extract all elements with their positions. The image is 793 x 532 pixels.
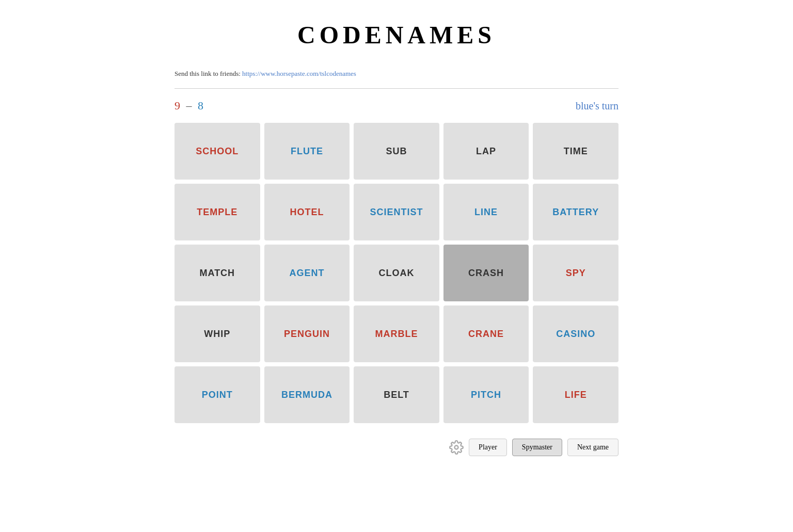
card-label: SPY [566, 268, 586, 279]
card-label: TIME [564, 146, 588, 157]
score: 9 – 8 [175, 99, 203, 112]
card-label: SUB [386, 146, 407, 157]
next-game-button[interactable]: Next game [567, 439, 618, 456]
divider [175, 88, 618, 89]
card-label: HOTEL [290, 207, 324, 218]
card-school[interactable]: SCHOOL [175, 123, 260, 180]
card-label: LIFE [565, 390, 587, 400]
svg-point-0 [455, 446, 458, 449]
card-agent[interactable]: AGENT [264, 245, 350, 301]
card-sub[interactable]: SUB [354, 123, 439, 180]
card-lap[interactable]: LAP [443, 123, 529, 180]
card-spy[interactable]: SPY [533, 245, 618, 301]
card-marble[interactable]: MARBLE [354, 305, 439, 362]
card-match[interactable]: MATCH [175, 245, 260, 301]
spymaster-button[interactable]: Spymaster [512, 439, 562, 456]
turn-indicator: blue's turn [576, 100, 618, 112]
card-label: WHIP [204, 329, 230, 340]
score-dash: – [186, 99, 192, 112]
card-battery[interactable]: BATTERY [533, 184, 618, 240]
card-bermuda[interactable]: BERMUDA [264, 366, 350, 423]
share-link-container: Send this link to friends: https://www.h… [175, 70, 618, 78]
card-temple[interactable]: TEMPLE [175, 184, 260, 240]
card-label: TEMPLE [197, 207, 237, 218]
player-button[interactable]: Player [469, 439, 507, 456]
card-label: SCIENTIST [370, 207, 423, 218]
card-crane[interactable]: CRANE [443, 305, 529, 362]
card-label: CASINO [556, 329, 595, 340]
card-penguin[interactable]: PENGUIN [264, 305, 350, 362]
card-grid: SCHOOLFLUTESUBLAPTIMETEMPLEHOTELSCIENTIS… [175, 123, 618, 423]
card-flute[interactable]: FLUTE [264, 123, 350, 180]
card-label: FLUTE [291, 146, 323, 157]
card-label: AGENT [289, 268, 324, 279]
card-cloak[interactable]: CLOAK [354, 245, 439, 301]
card-whip[interactable]: WHIP [175, 305, 260, 362]
card-label: CRASH [468, 268, 504, 279]
score-red: 9 [175, 99, 180, 112]
card-label: LAP [476, 146, 496, 157]
card-point[interactable]: POINT [175, 366, 260, 423]
card-casino[interactable]: CASINO [533, 305, 618, 362]
card-label: SCHOOL [196, 146, 239, 157]
card-label: BELT [384, 390, 409, 400]
page-title: CODENAMES [175, 21, 618, 49]
share-label: Send this link to friends: [175, 70, 241, 77]
card-label: PENGUIN [284, 329, 330, 340]
card-line[interactable]: LINE [443, 184, 529, 240]
card-belt[interactable]: BELT [354, 366, 439, 423]
card-label: CRANE [468, 329, 504, 340]
card-label: BATTERY [552, 207, 599, 218]
card-label: MATCH [199, 268, 235, 279]
card-label: PITCH [471, 390, 501, 400]
game-header: 9 – 8 blue's turn [175, 99, 618, 112]
share-url[interactable]: https://www.horsepaste.com/tslcodenames [242, 70, 356, 77]
card-scientist[interactable]: SCIENTIST [354, 184, 439, 240]
card-label: LINE [474, 207, 498, 218]
card-life[interactable]: LIFE [533, 366, 618, 423]
score-blue: 8 [198, 99, 203, 112]
card-pitch[interactable]: PITCH [443, 366, 529, 423]
card-label: BERMUDA [281, 390, 332, 400]
card-time[interactable]: TIME [533, 123, 618, 180]
card-label: MARBLE [375, 329, 418, 340]
footer: Player Spymaster Next game [175, 439, 618, 456]
card-label: POINT [202, 390, 233, 400]
settings-icon[interactable] [449, 440, 464, 455]
card-crash[interactable]: CRASH [443, 245, 529, 301]
card-label: CLOAK [378, 268, 414, 279]
card-hotel[interactable]: HOTEL [264, 184, 350, 240]
